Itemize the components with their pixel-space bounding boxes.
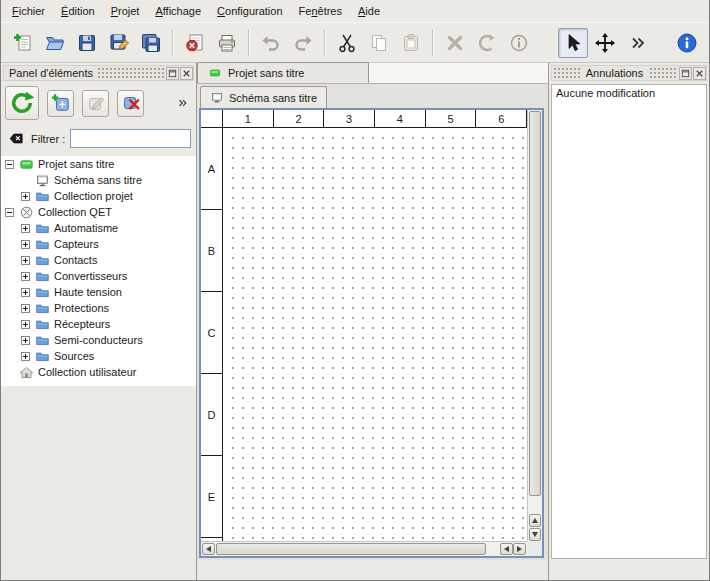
menu-fichier[interactable]: Fichier (4, 2, 53, 20)
expander-plus-icon[interactable] (21, 256, 30, 265)
diagram-icon (210, 91, 224, 104)
print-button[interactable] (212, 28, 242, 58)
horizontal-scrollbar-thumb[interactable] (216, 543, 486, 555)
about-button[interactable] (672, 28, 702, 58)
vertical-scrollbar-thumb[interactable] (529, 111, 541, 496)
float-icon (167, 68, 178, 79)
column-label: 5 (426, 110, 477, 127)
expander-plus-icon[interactable] (21, 288, 30, 297)
elements-panel-dock: Panel d'éléments Filtrer : Projet sans t… (1, 63, 197, 580)
expander-plus-icon[interactable] (21, 272, 30, 281)
tree-item-protections[interactable]: Protections (1, 300, 196, 316)
tree-item-label: Capteurs (54, 238, 99, 250)
save-icon (76, 32, 98, 54)
menu-configuration[interactable]: Configuration (209, 2, 290, 20)
delete-element-button[interactable] (117, 90, 144, 117)
scroll-mode-button[interactable] (590, 28, 620, 58)
select-mode-button[interactable] (558, 28, 588, 58)
expander-plus-icon[interactable] (21, 240, 30, 249)
edit-element-button[interactable] (82, 90, 109, 117)
dock-close-button[interactable] (693, 67, 706, 80)
scroll-left-button-2[interactable] (500, 543, 513, 555)
save-all-button[interactable] (136, 28, 166, 58)
chevrons-icon (175, 96, 189, 110)
undo-history-item[interactable]: Aucune modification (552, 85, 706, 101)
tree-item-contacts[interactable]: Contacts (1, 252, 196, 268)
undo-panel-titlebar[interactable]: Annulations (551, 65, 707, 81)
delete-element-icon (121, 93, 141, 113)
copy-button[interactable] (364, 28, 394, 58)
row-label: D (201, 374, 222, 456)
tree-item-collection-qet[interactable]: Collection QET (1, 204, 196, 220)
undo-button[interactable] (256, 28, 286, 58)
elements-panel-title-buttons (164, 67, 193, 80)
toolbar-overflow-button[interactable] (622, 28, 652, 58)
tree-item-capteurs[interactable]: Capteurs (1, 236, 196, 252)
vertical-scrollbar[interactable] (527, 110, 542, 541)
menu-projet[interactable]: Projet (103, 2, 148, 20)
menu-fenetres[interactable]: Fenêtres (291, 2, 350, 20)
expander-plus-icon[interactable] (21, 224, 30, 233)
tab-projet-sans-titre[interactable]: Projet sans titre (197, 62, 369, 83)
expander-plus-icon[interactable] (21, 192, 30, 201)
menu-affichage[interactable]: Affichage (147, 2, 209, 20)
new-element-button[interactable] (47, 90, 74, 117)
folder-icon (35, 317, 50, 332)
element-infos-button[interactable] (504, 28, 534, 58)
menu-edition[interactable]: Édition (53, 2, 103, 20)
folder-icon (35, 221, 50, 236)
cut-button[interactable] (332, 28, 362, 58)
expander-minus-icon[interactable] (5, 208, 14, 217)
open-button[interactable] (40, 28, 70, 58)
expander-minus-icon[interactable] (5, 160, 14, 169)
tab-schema-sans-titre[interactable]: Schéma sans titre (200, 86, 327, 108)
filter-input[interactable] (70, 129, 191, 148)
reload-collections-button[interactable] (5, 86, 39, 120)
row-label: A (201, 128, 222, 210)
expander-plus-icon[interactable] (21, 320, 30, 329)
arrow-right-icon (517, 546, 522, 552)
expander-plus-icon[interactable] (21, 352, 30, 361)
tree-item-recepteurs[interactable]: Récepteurs (1, 316, 196, 332)
tree-item-sources[interactable]: Sources (1, 348, 196, 364)
redo-button[interactable] (288, 28, 318, 58)
panel-overflow-button[interactable] (174, 95, 190, 111)
dock-float-button[interactable] (679, 67, 692, 80)
save-as-button[interactable] (104, 28, 134, 58)
tree-item-haute-tension[interactable]: Haute tension (1, 284, 196, 300)
menu-aide[interactable]: Aide (350, 2, 388, 20)
elements-panel-titlebar[interactable]: Panel d'éléments (3, 65, 194, 81)
clear-filter-button[interactable] (6, 131, 26, 147)
scroll-right-button[interactable] (513, 543, 526, 555)
close-project-button[interactable] (180, 28, 210, 58)
tree-item-collection-utilisateur[interactable]: Collection utilisateur (1, 364, 196, 380)
print-icon (216, 32, 238, 54)
save-button[interactable] (72, 28, 102, 58)
diagram-tab-label: Schéma sans titre (229, 92, 317, 104)
expander-plus-icon[interactable] (21, 336, 30, 345)
tree-item-projet-sans-titre[interactable]: Projet sans titre (1, 156, 196, 172)
delete-button[interactable] (440, 28, 470, 58)
tree-item-convertisseurs[interactable]: Convertisseurs (1, 268, 196, 284)
horizontal-scrollbar[interactable] (201, 541, 527, 556)
scroll-up-button[interactable] (529, 514, 541, 527)
paste-button[interactable] (396, 28, 426, 58)
diagram-canvas[interactable] (224, 129, 527, 541)
qet-collection-icon (19, 205, 34, 220)
undo-panel-dock: Annulations Aucune modification (548, 63, 709, 580)
rotate-button[interactable] (472, 28, 502, 58)
dock-close-button[interactable] (180, 67, 193, 80)
move-icon (594, 32, 616, 54)
tree-item-collection-projet[interactable]: Collection projet (1, 188, 196, 204)
expander-plus-icon[interactable] (21, 304, 30, 313)
tree-item-label: Protections (54, 302, 109, 314)
tree-item-semi-conducteurs[interactable]: Semi-conducteurs (1, 332, 196, 348)
arrow-left-icon (206, 546, 211, 552)
dock-float-button[interactable] (166, 67, 179, 80)
tree-item-automatisme[interactable]: Automatisme (1, 220, 196, 236)
scroll-left-button[interactable] (202, 543, 215, 555)
new-document-button[interactable] (8, 28, 38, 58)
scroll-down-button[interactable] (529, 528, 541, 541)
column-label: 3 (324, 110, 375, 127)
tree-item-schema-sans-titre[interactable]: Schéma sans titre (1, 172, 196, 188)
